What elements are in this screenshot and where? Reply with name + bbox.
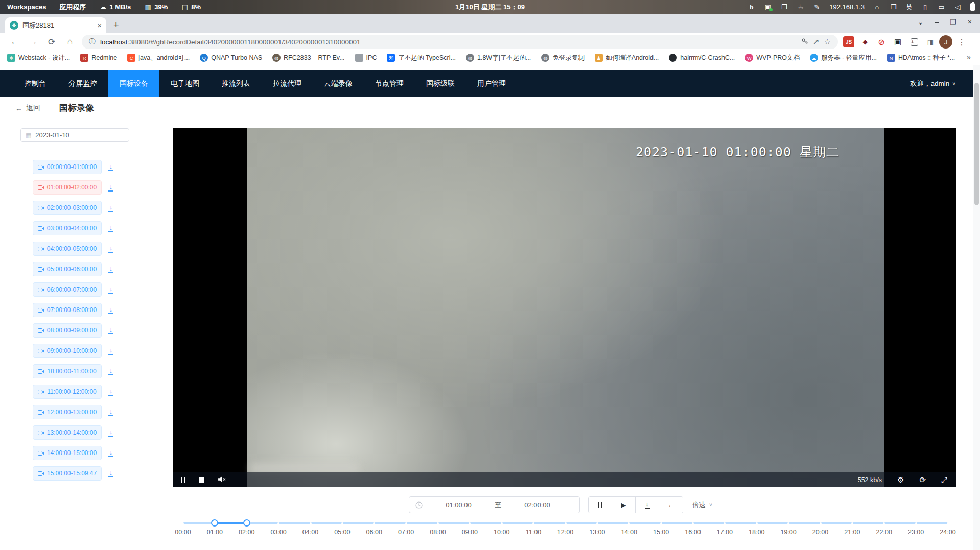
recording-time-button[interactable]: 14:00:00-15:00:00 [33,446,102,460]
tab-search-icon[interactable]: ⌄ [918,18,924,26]
recording-time-button[interactable]: 12:00:00-13:00:00 [33,405,102,419]
display-tray-icon[interactable]: ▭ [938,3,945,11]
player-stop-icon[interactable] [199,477,204,483]
nav-tab[interactable]: 电子地图 [159,70,211,97]
applications-button[interactable]: 应用程序 [59,3,86,12]
new-tab-button[interactable]: + [113,20,119,30]
bookmark-item[interactable]: hairrrrr/C-CrashC... [669,54,735,62]
site-info-icon[interactable]: ⓘ [89,37,96,46]
player-pause-icon[interactable] [181,477,185,483]
welcome-user[interactable]: 欢迎，admin ˅ [910,79,955,88]
play-button[interactable]: ▶ [612,497,636,513]
home-icon[interactable]: ⌂ [63,37,77,47]
bookmarks-overflow-icon[interactable]: » [967,53,975,61]
memory-indicator[interactable]: ▤ 8% [181,3,201,11]
download-recording-button[interactable]: ↓ [108,409,113,416]
download-recording-button[interactable]: ↓ [108,449,113,457]
cpu-indicator[interactable]: ▦ 39% [144,3,168,11]
caffeine-tray-icon[interactable]: ☕ [797,3,804,11]
side-panel-icon[interactable]: ◨ [925,36,936,47]
windows-tray-icon[interactable]: ❐ [890,3,897,11]
seek-back-button[interactable]: ← [659,497,683,513]
color-picker-tray-icon[interactable]: ✎ [813,3,821,11]
nav-tab[interactable]: 用户管理 [466,70,517,97]
nav-tab[interactable]: 拉流代理 [262,70,313,97]
network-speed-indicator[interactable]: ☁ 1 MB/s [99,3,131,11]
profile-avatar[interactable]: J [939,35,952,49]
pause-button[interactable] [589,497,612,513]
adblock-extension-icon[interactable]: ⊘ [876,36,887,47]
screenshot-extension-icon[interactable]: ▣ [892,36,903,47]
address-bar[interactable]: ⓘ localhost:38080/#/gbRecordDetail/34020… [82,35,838,49]
nav-tab[interactable]: 国标级联 [415,70,466,97]
nav-tab[interactable]: 控制台 [13,70,57,97]
home-tray-icon[interactable]: ⌂ [873,3,881,11]
bookmark-item[interactable]: ☁ 服务器 - 轻量应用... [810,54,877,62]
bookmark-item[interactable]: W WVP-PRO文档 [745,54,800,62]
bookmark-item[interactable]: C java、android可... [127,54,190,62]
timeline-handle-0[interactable] [211,519,218,527]
date-picker-input[interactable]: ▦ 2023-01-10 [20,128,129,142]
refresh-icon[interactable]: ⟳ [919,475,926,485]
download-recording-button[interactable]: ↓ [108,327,113,334]
snapshot-aperture-icon[interactable]: ⚙ [897,475,904,485]
recording-time-button[interactable]: 11:00:00-12:00:00 [33,385,102,399]
recording-time-button[interactable]: 15:00:00-15:09:47 [33,466,102,481]
scrollbar-thumb[interactable] [974,83,979,205]
extensions-puzzle-icon[interactable]: + [908,36,920,47]
bookmark-star-icon[interactable]: ☆ [824,37,831,46]
download-recording-button[interactable]: ↓ [108,306,113,314]
recording-time-button[interactable]: 05:00:00-06:00:00 [33,262,102,276]
bookmark-item[interactable]: R Redmine [80,54,117,62]
time-range-picker[interactable]: 01:00:00 至 02:00:00 [409,496,580,513]
bookmark-item[interactable]: ♟ 如何编译Android... [595,54,659,62]
bookmark-item[interactable]: ◍ 1.8W字|了不起的... [466,54,531,62]
recording-time-button[interactable]: 03:00:00-04:00:00 [33,221,102,235]
recording-time-button[interactable]: 04:00:00-05:00:00 [33,242,102,256]
download-recording-button[interactable]: ↓ [108,347,113,355]
js-blocker-extension-icon[interactable]: JS [843,36,854,47]
download-recording-button[interactable]: ↓ [108,388,113,396]
fullscreen-icon[interactable]: ⤢ [941,475,947,485]
share-icon[interactable]: ↗ [813,37,820,46]
wine-extension-icon[interactable]: ◆ [859,36,871,47]
recording-time-button[interactable]: 00:00:00-01:00:00 [33,160,102,174]
recording-time-button[interactable]: 06:00:00-07:00:00 [33,282,102,297]
bookmark-item[interactable]: ◍ RFC2833 – RTP Ev... [272,54,345,62]
bookmark-item[interactable]: IPC [355,54,377,62]
download-button[interactable]: ↓ [636,497,659,513]
tab-close-icon[interactable]: × [97,21,102,30]
playback-speed-dropdown[interactable]: 倍速 ˅ [685,496,719,513]
back-button[interactable]: ← 返回 [15,104,40,113]
back-icon[interactable]: ← [8,37,21,47]
player-mute-icon[interactable] [218,475,226,485]
recording-time-button[interactable]: 07:00:00-08:00:00 [33,303,102,317]
recording-time-button[interactable]: 09:00:00-10:00:00 [33,344,102,358]
download-recording-button[interactable]: ↓ [108,368,113,375]
recording-time-button[interactable]: 08:00:00-09:00:00 [33,323,102,338]
download-recording-button[interactable]: ↓ [108,163,113,171]
bookmark-item[interactable]: ❖ Webstack - 设计... [7,54,70,62]
window-close-icon[interactable]: × [968,18,972,26]
download-recording-button[interactable]: ↓ [108,429,113,437]
clock[interactable]: 1月10日 星期二 15：09 [455,3,525,12]
download-recording-button[interactable]: ↓ [108,204,113,212]
bookmark-item[interactable]: Q QNAP Turbo NAS [200,54,262,62]
volume-tray-icon[interactable]: ◁ [954,3,962,11]
clipboard-tray-icon[interactable]: ❐ [780,3,788,11]
ip-address[interactable]: 192.168.1.3 [829,3,865,11]
download-recording-button[interactable]: ↓ [108,184,113,192]
bookmark-item[interactable]: N HDAtmos :: 种子 *... [887,54,955,62]
browser-menu-icon[interactable]: ⋮ [958,37,966,47]
phone-tray-icon[interactable]: ▯ [921,3,929,11]
nav-tab[interactable]: 国标设备 [108,70,159,97]
nav-tab[interactable]: 分屏监控 [57,70,108,97]
recording-time-button[interactable]: 10:00:00-11:00:00 [33,364,102,378]
reload-icon[interactable]: ⟳ [45,37,58,47]
window-restore-icon[interactable]: ❐ [950,18,956,26]
download-recording-button[interactable]: ↓ [108,266,113,273]
bing-tray-icon[interactable]: b [748,3,755,11]
nav-tab[interactable]: 节点管理 [364,70,415,97]
input-method-indicator[interactable]: 英 [906,3,913,12]
recording-time-button[interactable]: 02:00:00-03:00:00 [33,201,102,215]
